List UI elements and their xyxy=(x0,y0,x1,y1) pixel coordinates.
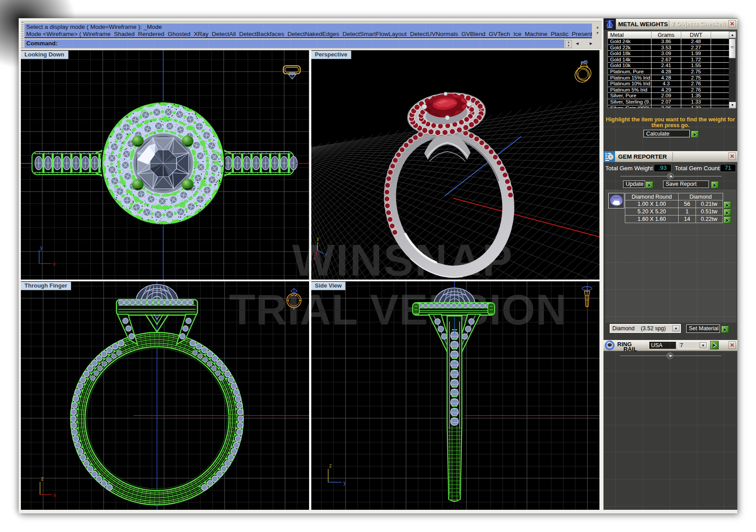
svg-text:z: z xyxy=(329,463,332,469)
svg-text:x: x xyxy=(53,261,56,267)
svg-text:x: x xyxy=(313,256,316,261)
svg-text:x: x xyxy=(53,492,56,498)
svg-text:y: y xyxy=(325,251,327,256)
svg-text:y: y xyxy=(343,480,346,486)
svg-text:z: z xyxy=(41,476,44,482)
svg-text:y: y xyxy=(40,244,43,251)
svg-text:z: z xyxy=(317,236,319,241)
